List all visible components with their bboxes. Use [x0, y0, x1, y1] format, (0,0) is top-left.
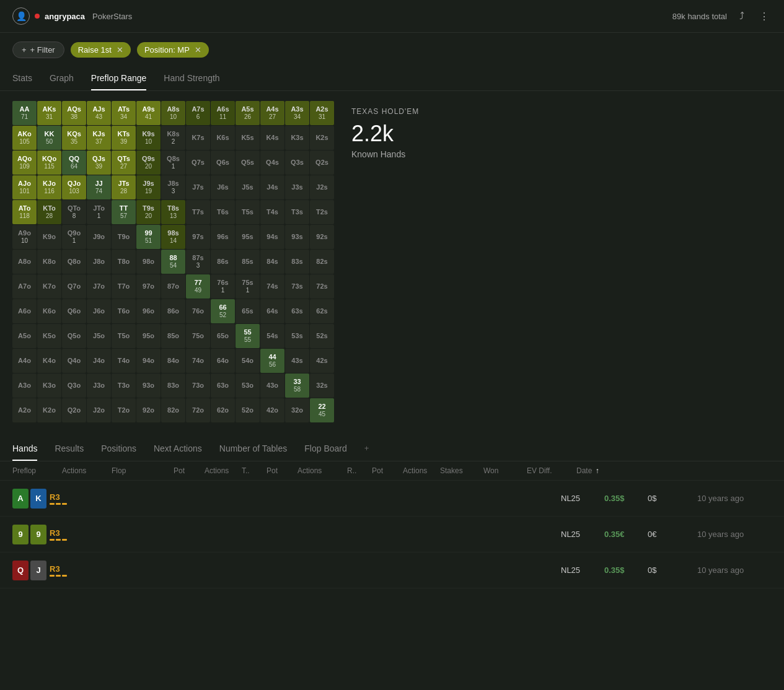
range-cell[interactable]: K6o: [37, 299, 61, 323]
range-cell[interactable]: A8o: [12, 250, 37, 274]
range-cell[interactable]: JTs28: [112, 175, 136, 199]
range-cell[interactable]: K4o: [37, 349, 61, 373]
range-cell[interactable]: Q5s: [236, 151, 260, 175]
range-cell[interactable]: 72o: [186, 398, 210, 422]
btab-hands[interactable]: Hands: [12, 437, 37, 461]
range-cell[interactable]: A9s41: [136, 101, 161, 125]
range-cell[interactable]: 84s: [260, 250, 284, 274]
range-cell[interactable]: K9o: [37, 225, 61, 249]
range-cell[interactable]: 86o: [161, 299, 185, 323]
range-cell[interactable]: K3s: [285, 126, 309, 150]
range-cell[interactable]: 4456: [260, 349, 284, 373]
range-cell[interactable]: 42o: [260, 398, 284, 422]
range-cell[interactable]: 76s1: [211, 274, 235, 299]
range-cell[interactable]: ATo118: [12, 200, 37, 224]
range-cell[interactable]: Q2o: [62, 398, 86, 422]
range-cell[interactable]: 97o: [136, 274, 161, 299]
range-cell[interactable]: A4o: [12, 349, 37, 373]
range-cell[interactable]: T9s20: [136, 200, 161, 224]
range-cell[interactable]: 73o: [186, 373, 210, 398]
range-cell[interactable]: 76o: [186, 299, 210, 323]
range-cell[interactable]: K2s: [310, 126, 334, 150]
btab-add[interactable]: +: [364, 437, 369, 461]
range-cell[interactable]: K7o: [37, 274, 61, 299]
range-cell[interactable]: 83s: [285, 250, 309, 274]
range-cell[interactable]: K6s: [211, 126, 235, 150]
range-cell[interactable]: 75o: [186, 324, 210, 348]
range-cell[interactable]: K5s: [236, 126, 260, 150]
table-row[interactable]: QJR3NL250.35$0$10 years ago: [0, 552, 784, 588]
range-cell[interactable]: 87s3: [186, 250, 210, 274]
tab-stats[interactable]: Stats: [12, 67, 32, 90]
range-cell[interactable]: 54o: [236, 349, 260, 373]
range-cell[interactable]: K7s: [186, 126, 210, 150]
range-cell[interactable]: 85o: [161, 324, 185, 348]
range-cell[interactable]: TT57: [112, 200, 136, 224]
range-cell[interactable]: 98s14: [161, 225, 185, 249]
range-cell[interactable]: QJo103: [62, 175, 86, 199]
range-cell[interactable]: 63s: [285, 299, 309, 323]
range-cell[interactable]: A7s6: [186, 101, 210, 125]
range-cell[interactable]: 3358: [285, 373, 309, 398]
range-cell[interactable]: A5s26: [236, 101, 260, 125]
range-cell[interactable]: 95o: [136, 324, 161, 348]
range-cell[interactable]: QQ64: [62, 151, 86, 175]
range-cell[interactable]: 98o: [136, 250, 161, 274]
range-cell[interactable]: Q9s20: [136, 151, 161, 175]
range-cell[interactable]: KK50: [37, 126, 61, 150]
chip-position-mp[interactable]: Position: MP ✕: [137, 42, 209, 58]
range-cell[interactable]: QTs27: [112, 151, 136, 175]
range-cell[interactable]: T7s: [186, 200, 210, 224]
range-cell[interactable]: A2s31: [310, 101, 334, 125]
range-cell[interactable]: AKo105: [12, 126, 37, 150]
range-cell[interactable]: J4s: [260, 175, 284, 199]
range-cell[interactable]: 53s: [285, 324, 309, 348]
range-cell[interactable]: J7o: [87, 274, 111, 299]
range-cell[interactable]: 42s: [310, 349, 334, 373]
range-cell[interactable]: J7s: [186, 175, 210, 199]
range-cell[interactable]: AJs43: [87, 101, 111, 125]
range-cell[interactable]: 95s: [236, 225, 260, 249]
btab-positions[interactable]: Positions: [101, 437, 136, 461]
range-cell[interactable]: Q2s: [310, 151, 334, 175]
range-cell[interactable]: A3o: [12, 373, 37, 398]
range-cell[interactable]: 9951: [136, 225, 161, 249]
range-cell[interactable]: 82s: [310, 250, 334, 274]
range-cell[interactable]: J6s: [211, 175, 235, 199]
range-cell[interactable]: KQo115: [37, 151, 61, 175]
range-cell[interactable]: T6o: [112, 299, 136, 323]
menu-button[interactable]: ⋮: [757, 8, 772, 25]
range-cell[interactable]: K9s10: [136, 126, 161, 150]
range-cell[interactable]: A2o: [12, 398, 37, 422]
range-cell[interactable]: A7o: [12, 274, 37, 299]
range-cell[interactable]: T2s: [310, 200, 334, 224]
range-cell[interactable]: J9o: [87, 225, 111, 249]
filter-button[interactable]: + + Filter: [12, 41, 64, 58]
tab-graph[interactable]: Graph: [50, 67, 74, 90]
range-cell[interactable]: 86s: [211, 250, 235, 274]
range-cell[interactable]: 43s: [285, 349, 309, 373]
range-cell[interactable]: Q7o: [62, 274, 86, 299]
range-cell[interactable]: 63o: [211, 373, 235, 398]
range-cell[interactable]: K4s: [260, 126, 284, 150]
btab-flop-board[interactable]: Flop Board: [304, 437, 346, 461]
range-cell[interactable]: JTo1: [87, 200, 111, 224]
range-cell[interactable]: 85s: [236, 250, 260, 274]
range-cell[interactable]: A4s27: [260, 101, 284, 125]
range-cell[interactable]: 94o: [136, 349, 161, 373]
range-cell[interactable]: J5s: [236, 175, 260, 199]
chip-raise1st[interactable]: Raise 1st ✕: [71, 42, 131, 58]
range-cell[interactable]: J5o: [87, 324, 111, 348]
range-cell[interactable]: T4o: [112, 349, 136, 373]
range-cell[interactable]: 62o: [211, 398, 235, 422]
range-cell[interactable]: T3o: [112, 373, 136, 398]
range-cell[interactable]: J9s19: [136, 175, 161, 199]
range-cell[interactable]: 96o: [136, 299, 161, 323]
range-cell[interactable]: J4o: [87, 349, 111, 373]
range-cell[interactable]: 94s: [260, 225, 284, 249]
range-cell[interactable]: 6652: [211, 299, 235, 323]
range-cell[interactable]: A6s11: [211, 101, 235, 125]
range-cell[interactable]: KJo116: [37, 175, 61, 199]
range-cell[interactable]: ATs34: [112, 101, 136, 125]
range-cell[interactable]: KQs35: [62, 126, 86, 150]
